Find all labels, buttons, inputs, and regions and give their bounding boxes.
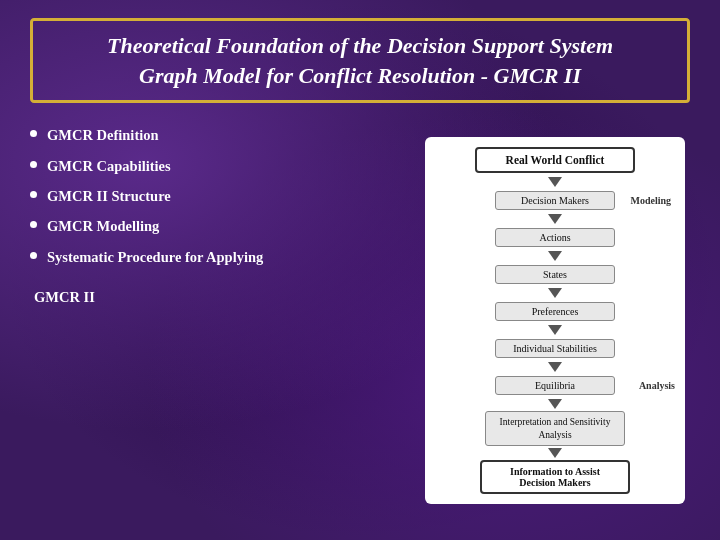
bottom-line1: Information to Assist [492, 466, 618, 477]
bullet-text: Systematic Procedure for Applying [47, 247, 263, 267]
bullet-dot [30, 130, 37, 137]
arrow-icon [548, 325, 562, 335]
analysis-label: Analysis [639, 380, 675, 391]
step-states: States [495, 265, 615, 284]
diagram-section: Real World Conflict Decision Makers Mode… [420, 121, 690, 520]
list-item: GMCR Definition [30, 125, 404, 145]
bullet-section: GMCR Definition GMCR Capabilities GMCR I… [30, 121, 404, 520]
arrow-icon [548, 288, 562, 298]
list-item: Systematic Procedure for Applying [30, 247, 404, 267]
arrow-icon [548, 214, 562, 224]
arrow-icon [548, 177, 562, 187]
bottom-line2: Decision Makers [492, 477, 618, 488]
bullet-text: GMCR Capabilities [47, 156, 171, 176]
arrow-icon [548, 251, 562, 261]
list-item: GMCR Modelling [30, 216, 404, 236]
diagram-row: Equilibria Analysis [433, 376, 677, 395]
step-equilibria: Equilibria [495, 376, 615, 395]
step-preferences: Preferences [495, 302, 615, 321]
diagram-row: Preferences [433, 302, 677, 321]
title-line2: Graph Model for Conflict Resolution - GM… [139, 63, 581, 88]
list-item: GMCR II Structure [30, 186, 404, 206]
diagram-row: Individual Stabilities [433, 339, 677, 358]
bullet-dot [30, 221, 37, 228]
title-area: Theoretical Foundation of the Decision S… [30, 18, 690, 103]
bullet-text: GMCR Definition [47, 125, 159, 145]
arrow-icon [548, 399, 562, 409]
bullet-text: GMCR Modelling [47, 216, 159, 236]
diagram-row: Decision Makers Modeling [433, 191, 677, 210]
slide-container: Theoretical Foundation of the Decision S… [0, 0, 720, 540]
title-line1: Theoretical Foundation of the Decision S… [107, 33, 613, 58]
bullet-dot [30, 161, 37, 168]
bullet-list: GMCR Definition GMCR Capabilities GMCR I… [30, 125, 404, 276]
diagram-bottom-box: Information to Assist Decision Makers [480, 460, 630, 494]
diagram-box: Real World Conflict Decision Makers Mode… [425, 137, 685, 504]
bullet-dot [30, 191, 37, 198]
step-individual-stabilities: Individual Stabilities [495, 339, 615, 358]
step-interpretation: Interpretation and SensitivityAnalysis [485, 411, 625, 446]
bullet-dot [30, 252, 37, 259]
slide-title: Theoretical Foundation of the Decision S… [49, 31, 671, 90]
diagram-row: States [433, 265, 677, 284]
arrow-icon [548, 448, 562, 458]
modeling-label: Modeling [630, 195, 671, 206]
diagram-top-box: Real World Conflict [475, 147, 635, 173]
step-actions: Actions [495, 228, 615, 247]
content-area: GMCR Definition GMCR Capabilities GMCR I… [30, 121, 690, 520]
arrow-icon [548, 362, 562, 372]
diagram-row: Actions [433, 228, 677, 247]
bullet-text: GMCR II Structure [47, 186, 171, 206]
gmcr-footer: GMCR II [30, 287, 404, 307]
list-item: GMCR Capabilities [30, 156, 404, 176]
step-decision-makers: Decision Makers [495, 191, 615, 210]
